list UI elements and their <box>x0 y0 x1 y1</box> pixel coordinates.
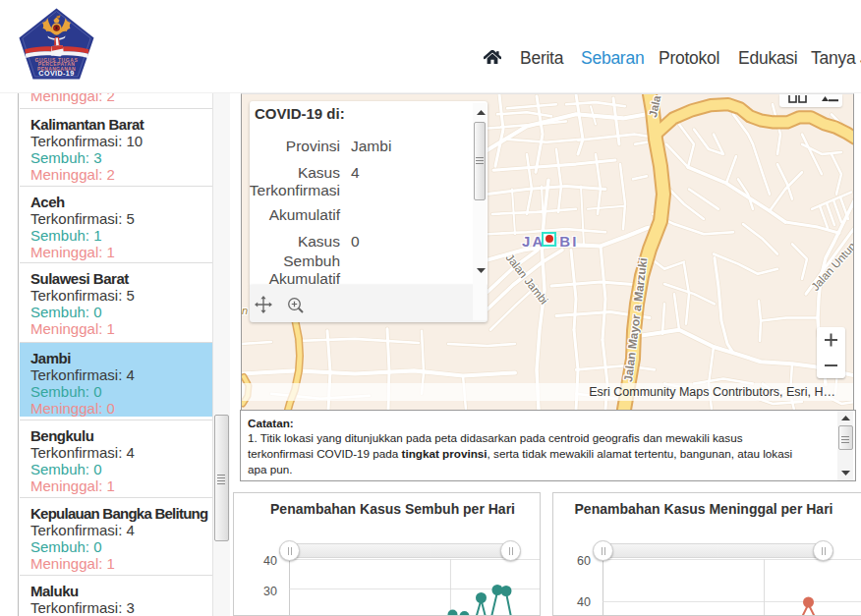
svg-text:COVID-19: COVID-19 <box>38 69 74 78</box>
